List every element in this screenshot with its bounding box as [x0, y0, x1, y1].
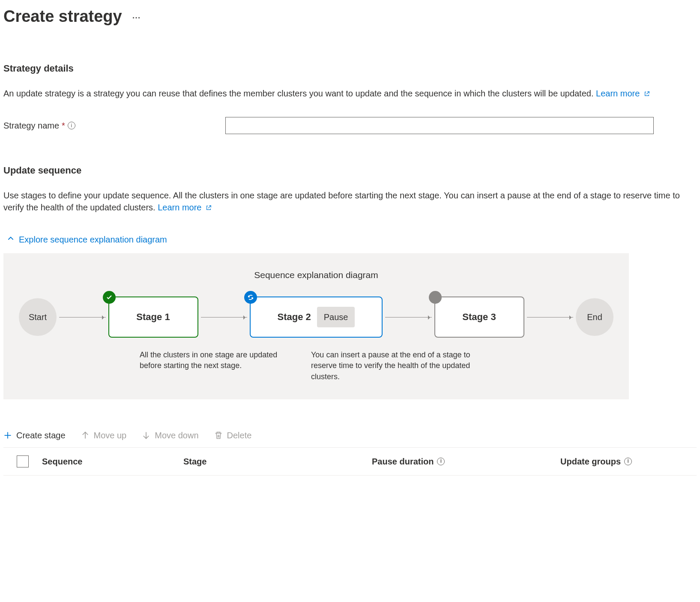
- plus-icon: [3, 431, 12, 440]
- strategy-details-description: An update strategy is a strategy you can…: [3, 87, 689, 100]
- select-all-cell: [3, 455, 42, 467]
- learn-more-link[interactable]: Learn more: [596, 89, 650, 98]
- info-icon[interactable]: i: [624, 458, 632, 465]
- arrow-icon: [201, 317, 248, 317]
- arrow-icon: [385, 317, 432, 317]
- stage-toolbar: Create stage Move up Move down Delete: [3, 429, 697, 441]
- col-groups: Update groups i: [560, 455, 697, 467]
- check-badge-icon: [103, 291, 116, 304]
- strategy-details-heading: Strategy details: [3, 62, 697, 75]
- arrow-icon: [59, 317, 106, 317]
- stage-1-box: Stage 1: [108, 297, 198, 338]
- diagram-captions: All the clusters in one stage are update…: [15, 350, 617, 382]
- start-node: Start: [19, 298, 57, 336]
- sync-badge-icon: [244, 291, 257, 304]
- diagram-title: Sequence explanation diagram: [15, 269, 617, 281]
- arrow-down-icon: [142, 431, 150, 440]
- stage-3-box: Stage 3: [434, 297, 524, 338]
- diagram-caption-2: You can insert a pause at the end of a s…: [311, 350, 482, 382]
- chevron-up-icon: [7, 234, 15, 246]
- end-node: End: [576, 298, 613, 336]
- stages-table-header: Sequence Stage Pause duration i Update g…: [3, 447, 697, 476]
- col-sequence: Sequence: [42, 455, 183, 467]
- trash-icon: [214, 431, 223, 440]
- select-all-checkbox[interactable]: [17, 455, 29, 467]
- learn-more-link-2[interactable]: Learn more: [158, 203, 212, 212]
- diagram-caption-1: All the clusters in one stage are update…: [140, 350, 294, 382]
- sequence-flow: Start Stage 1 Stage 2 Pause Stage 3: [15, 297, 617, 338]
- stage-2-box: Stage 2 Pause: [250, 297, 383, 338]
- page-title: Create strategy ···: [3, 5, 697, 28]
- pause-chip: Pause: [317, 307, 355, 327]
- create-stage-button[interactable]: Create stage: [3, 429, 66, 441]
- sequence-diagram-panel: Sequence explanation diagram Start Stage…: [3, 253, 629, 399]
- move-down-button[interactable]: Move down: [142, 429, 198, 441]
- move-up-button[interactable]: Move up: [81, 429, 127, 441]
- col-stage: Stage: [183, 455, 372, 467]
- more-actions-icon[interactable]: ···: [132, 12, 141, 24]
- info-icon[interactable]: i: [437, 458, 445, 465]
- update-sequence-heading: Update sequence: [3, 164, 697, 177]
- info-icon[interactable]: i: [68, 122, 75, 129]
- required-asterisk: *: [62, 120, 65, 132]
- page-title-text: Create strategy: [3, 5, 122, 28]
- strategy-name-label: Strategy name * i: [3, 120, 222, 132]
- external-link-icon: [644, 88, 650, 100]
- pending-badge-icon: [429, 291, 442, 304]
- strategy-name-field: Strategy name * i: [3, 117, 697, 134]
- delete-button[interactable]: Delete: [214, 429, 252, 441]
- strategy-name-input[interactable]: [225, 117, 654, 134]
- update-sequence-description: Use stages to define your update sequenc…: [3, 189, 689, 214]
- explore-diagram-toggle[interactable]: Explore sequence explanation diagram: [7, 234, 167, 246]
- arrow-up-icon: [81, 431, 90, 440]
- arrow-icon: [527, 317, 574, 317]
- external-link-icon: [206, 202, 212, 214]
- col-pause: Pause duration i: [372, 455, 560, 467]
